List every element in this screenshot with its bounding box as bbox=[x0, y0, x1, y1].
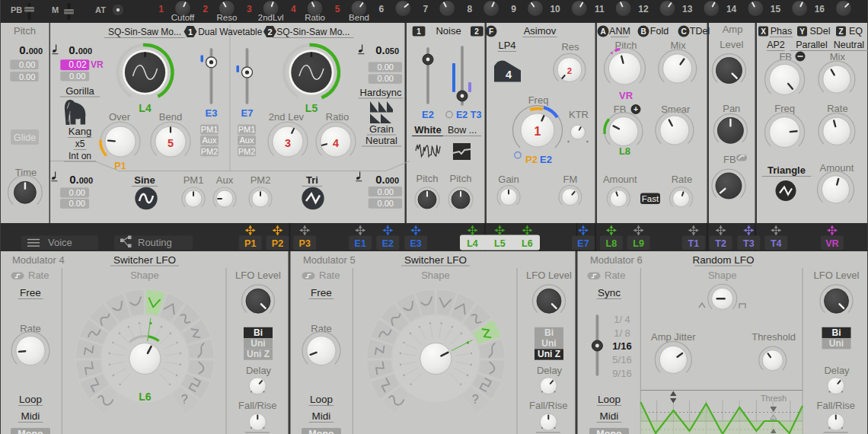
svg-text:E2: E2 bbox=[422, 109, 434, 120]
svg-text:Bend: Bend bbox=[349, 13, 369, 22]
svg-text:PM1: PM1 bbox=[238, 125, 256, 134]
svg-text:ANM: ANM bbox=[609, 26, 630, 37]
svg-text:Pitch: Pitch bbox=[14, 25, 36, 37]
svg-text:7: 7 bbox=[423, 4, 429, 14]
svg-text:Delay: Delay bbox=[537, 365, 563, 376]
svg-text:Free: Free bbox=[20, 287, 41, 298]
svg-text:Pitch: Pitch bbox=[416, 173, 439, 184]
svg-text:1/ 8: 1/ 8 bbox=[614, 327, 630, 339]
svg-text:M: M bbox=[52, 5, 59, 14]
svg-text:L8: L8 bbox=[606, 238, 617, 249]
svg-text:Neutral: Neutral bbox=[834, 40, 864, 50]
svg-text:Rate: Rate bbox=[605, 270, 625, 281]
svg-text:0.00: 0.00 bbox=[69, 188, 85, 197]
svg-text:Res: Res bbox=[561, 41, 579, 53]
svg-text:X: X bbox=[761, 27, 766, 36]
svg-text:4: 4 bbox=[291, 4, 296, 14]
svg-text:E3: E3 bbox=[206, 107, 218, 119]
svg-text:6: 6 bbox=[379, 4, 385, 14]
svg-text:PM2: PM2 bbox=[251, 174, 271, 186]
svg-text:P2: P2 bbox=[272, 238, 283, 249]
svg-text:Over: Over bbox=[109, 111, 131, 123]
svg-text:Reso: Reso bbox=[216, 13, 237, 22]
svg-text:Rate: Rate bbox=[28, 270, 49, 281]
svg-text:L6: L6 bbox=[522, 238, 533, 249]
svg-text:Voice: Voice bbox=[48, 237, 72, 248]
svg-text:Uni: Uni bbox=[541, 338, 556, 349]
svg-text:Level: Level bbox=[720, 39, 743, 50]
svg-text:P2: P2 bbox=[525, 154, 538, 165]
svg-text:SDel: SDel bbox=[809, 26, 830, 37]
svg-text:Int on: Int on bbox=[69, 151, 91, 161]
svg-text:Shape: Shape bbox=[130, 270, 159, 281]
svg-text:Rate: Rate bbox=[672, 174, 692, 185]
svg-text:PM2: PM2 bbox=[238, 147, 256, 156]
svg-text:Parallel: Parallel bbox=[796, 40, 828, 50]
svg-text:L5: L5 bbox=[305, 102, 318, 114]
svg-text:Freq: Freq bbox=[528, 94, 549, 106]
svg-text:4: 4 bbox=[333, 137, 339, 149]
svg-text:P3: P3 bbox=[299, 238, 311, 249]
svg-text:LP4: LP4 bbox=[498, 40, 515, 51]
svg-text:Delay: Delay bbox=[824, 365, 850, 376]
svg-text:KTR: KTR bbox=[569, 109, 589, 120]
svg-text:E7: E7 bbox=[241, 107, 254, 119]
svg-text:Cutoff: Cutoff bbox=[171, 13, 195, 22]
svg-text:EQ: EQ bbox=[849, 26, 863, 37]
svg-text:14: 14 bbox=[726, 4, 737, 14]
svg-text:L4: L4 bbox=[467, 238, 478, 249]
svg-text:Mono: Mono bbox=[18, 429, 43, 434]
svg-text:Uni: Uni bbox=[251, 338, 265, 349]
svg-text:0.00: 0.00 bbox=[378, 74, 394, 83]
svg-text:Modulator 5: Modulator 5 bbox=[303, 254, 356, 266]
svg-text:0.00: 0.00 bbox=[378, 187, 394, 196]
svg-text:Fall/Rise: Fall/Rise bbox=[529, 400, 568, 411]
svg-text:4: 4 bbox=[506, 69, 512, 81]
svg-text:2nd Lev: 2nd Lev bbox=[269, 111, 305, 123]
svg-text:Bow ...: Bow ... bbox=[448, 125, 477, 136]
svg-text:Noise: Noise bbox=[436, 25, 461, 37]
svg-text:E1: E1 bbox=[355, 238, 366, 249]
svg-text:Ratio: Ratio bbox=[305, 13, 325, 22]
svg-text:Uni Z: Uni Z bbox=[538, 349, 560, 359]
svg-text:Dual Wavetable: Dual Wavetable bbox=[198, 27, 263, 37]
svg-text:x5: x5 bbox=[75, 139, 85, 149]
svg-text:1: 1 bbox=[416, 27, 421, 36]
svg-text:Gain: Gain bbox=[498, 174, 519, 185]
svg-text:LFO Level: LFO Level bbox=[526, 270, 572, 281]
svg-text:P1: P1 bbox=[114, 161, 126, 171]
svg-text:PM1: PM1 bbox=[201, 125, 219, 134]
svg-text:9: 9 bbox=[511, 4, 516, 14]
svg-text:11: 11 bbox=[595, 4, 605, 14]
svg-text:E2: E2 bbox=[540, 154, 552, 165]
svg-text:0.02: 0.02 bbox=[69, 59, 87, 70]
svg-text:Rate: Rate bbox=[311, 323, 331, 334]
svg-text:Bend: Bend bbox=[159, 111, 182, 123]
svg-text:Shape: Shape bbox=[421, 270, 450, 281]
svg-text:?: ? bbox=[472, 393, 479, 406]
svg-text:Aux: Aux bbox=[216, 174, 234, 186]
svg-text:Uni: Uni bbox=[829, 338, 844, 349]
svg-text:Midi: Midi bbox=[312, 410, 331, 422]
svg-text:Amount: Amount bbox=[819, 162, 854, 174]
svg-text:Random LFO: Random LFO bbox=[692, 254, 754, 266]
svg-text:Pitch: Pitch bbox=[450, 173, 472, 184]
svg-text:Switcher LFO: Switcher LFO bbox=[113, 254, 176, 266]
svg-text:Thresh: Thresh bbox=[761, 394, 787, 403]
svg-text:L6: L6 bbox=[139, 391, 152, 403]
svg-text:Grain: Grain bbox=[369, 123, 394, 135]
svg-text:E7: E7 bbox=[577, 238, 589, 249]
svg-text:Amount: Amount bbox=[603, 174, 637, 185]
svg-text:Fold: Fold bbox=[650, 26, 669, 37]
svg-text:VR: VR bbox=[91, 59, 104, 70]
svg-text:Bi: Bi bbox=[544, 327, 554, 338]
svg-text:Hardsync: Hardsync bbox=[360, 87, 402, 98]
svg-text:15: 15 bbox=[771, 4, 781, 14]
svg-text:SQ-Sin-Saw Mo...: SQ-Sin-Saw Mo... bbox=[276, 27, 349, 37]
svg-text:P1: P1 bbox=[244, 238, 256, 249]
svg-text:C: C bbox=[681, 27, 686, 36]
svg-text:Aux: Aux bbox=[240, 136, 254, 145]
svg-text:Fast: Fast bbox=[642, 194, 659, 203]
svg-text:2: 2 bbox=[474, 27, 479, 36]
svg-text:PB: PB bbox=[11, 5, 22, 14]
